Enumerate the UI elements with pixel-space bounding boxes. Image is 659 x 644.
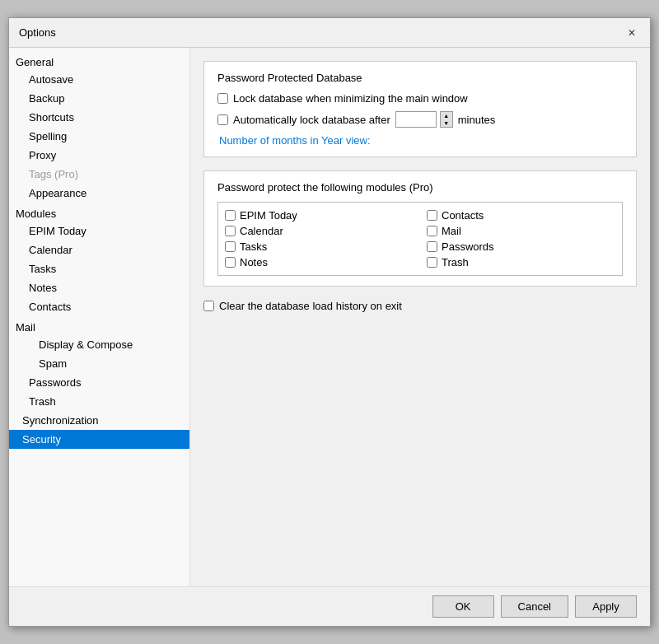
minutes-label: minutes (458, 114, 496, 126)
sidebar-item-passwords[interactable]: Passwords (9, 373, 189, 392)
mod-epim-today-label: EPIM Today (240, 209, 297, 222)
auto-lock-row: Automatically lock database after ▲ ▼ mi… (217, 111, 623, 128)
mod-mail-label: Mail (442, 225, 461, 237)
main-panel: Password Protected Database Lock databas… (190, 48, 650, 586)
cancel-button[interactable]: Cancel (501, 595, 568, 618)
sidebar-item-trash[interactable]: Trash (9, 392, 189, 411)
mod-epim-today-checkbox[interactable] (225, 210, 236, 221)
sidebar-item-notes[interactable]: Notes (9, 278, 189, 297)
sidebar-item-contacts[interactable]: Contacts (9, 297, 189, 316)
spinner-down-button[interactable]: ▼ (441, 119, 452, 127)
module-row-mod-trash: Trash (427, 256, 615, 268)
module-row-mod-epim-today: EPIM Today (225, 209, 414, 222)
sidebar-item-modules: Modules (9, 203, 189, 222)
sidebar-item-spelling[interactable]: Spelling (9, 127, 189, 146)
mod-contacts-label: Contacts (442, 209, 484, 222)
modules-section-title: Password protect the following modules (… (217, 181, 623, 194)
sidebar-item-synchronization[interactable]: Synchronization (9, 411, 189, 430)
sidebar-item-tags-pro[interactable]: Tags (Pro) (9, 165, 189, 184)
ok-button[interactable]: OK (432, 595, 494, 618)
window-title: Options (19, 26, 56, 39)
minutes-controls: ▲ ▼ (395, 111, 453, 128)
auto-lock-checkbox[interactable] (217, 114, 228, 125)
sidebar: GeneralAutosaveBackupShortcutsSpellingPr… (9, 48, 190, 586)
sidebar-item-tasks[interactable]: Tasks (9, 259, 189, 278)
minutes-spinner: ▲ ▼ (440, 111, 453, 128)
lock-minimizing-checkbox[interactable] (217, 93, 228, 104)
sidebar-item-mail: Mail (9, 316, 189, 335)
password-section-box: Password Protected Database Lock databas… (203, 61, 637, 157)
sidebar-item-calendar[interactable]: Calendar (9, 240, 189, 259)
mod-calendar-checkbox[interactable] (225, 226, 236, 236)
mod-mail-checkbox[interactable] (427, 226, 437, 236)
sidebar-item-shortcuts[interactable]: Shortcuts (9, 108, 189, 127)
close-button[interactable]: ✕ (624, 25, 640, 41)
sidebar-item-security[interactable]: Security (9, 430, 189, 449)
modules-section-box: Password protect the following modules (… (203, 170, 637, 287)
content-area: GeneralAutosaveBackupShortcutsSpellingPr… (9, 48, 650, 586)
module-row-mod-notes: Notes (225, 256, 414, 268)
bottom-bar: OK Cancel Apply (9, 586, 650, 626)
sidebar-item-appearance[interactable]: Appearance (9, 184, 189, 203)
mod-passwords-checkbox[interactable] (427, 241, 437, 252)
module-row-mod-mail: Mail (427, 225, 615, 237)
minutes-input[interactable] (395, 111, 437, 128)
mod-notes-label: Notes (240, 256, 268, 268)
lock-when-minimizing-row: Lock database when minimizing the main w… (217, 92, 623, 105)
clear-history-row: Clear the database load history on exit (203, 300, 637, 312)
mod-notes-checkbox[interactable] (225, 257, 236, 268)
spinner-up-button[interactable]: ▲ (441, 112, 452, 119)
module-row-mod-passwords: Passwords (427, 240, 615, 253)
sidebar-item-backup[interactable]: Backup (9, 89, 189, 108)
apply-button[interactable]: Apply (575, 595, 637, 618)
password-section-title: Password Protected Database (217, 72, 623, 84)
clear-history-label: Clear the database load history on exit (219, 300, 402, 312)
year-view-label: Number of months in Year view: (219, 134, 371, 147)
mod-tasks-checkbox[interactable] (225, 241, 236, 252)
mod-passwords-label: Passwords (442, 240, 494, 253)
title-bar: Options ✕ (9, 18, 650, 48)
sidebar-item-autosave[interactable]: Autosave (9, 70, 189, 89)
module-row-mod-tasks: Tasks (225, 240, 414, 253)
modules-grid: EPIM TodayContactsCalendarMailTasksPassw… (217, 202, 623, 276)
mod-trash-label: Trash (442, 256, 469, 268)
sidebar-item-display-compose[interactable]: Display & Compose (9, 335, 189, 354)
module-row-mod-calendar: Calendar (225, 225, 414, 237)
module-row-mod-contacts: Contacts (427, 209, 615, 222)
mod-contacts-checkbox[interactable] (427, 210, 437, 221)
clear-history-checkbox[interactable] (203, 301, 214, 311)
options-window: Options ✕ GeneralAutosaveBackupShortcuts… (8, 17, 651, 627)
sidebar-item-general: General (9, 51, 189, 70)
mod-tasks-label: Tasks (240, 240, 267, 253)
mod-calendar-label: Calendar (240, 225, 283, 237)
lock-minimizing-label: Lock database when minimizing the main w… (233, 92, 468, 105)
auto-lock-label: Automatically lock database after (233, 114, 390, 126)
year-view-row: Number of months in Year view: (217, 134, 623, 147)
sidebar-item-epim-today[interactable]: EPIM Today (9, 222, 189, 240)
sidebar-item-spam[interactable]: Spam (9, 354, 189, 373)
mod-trash-checkbox[interactable] (427, 257, 437, 268)
sidebar-item-proxy[interactable]: Proxy (9, 146, 189, 165)
